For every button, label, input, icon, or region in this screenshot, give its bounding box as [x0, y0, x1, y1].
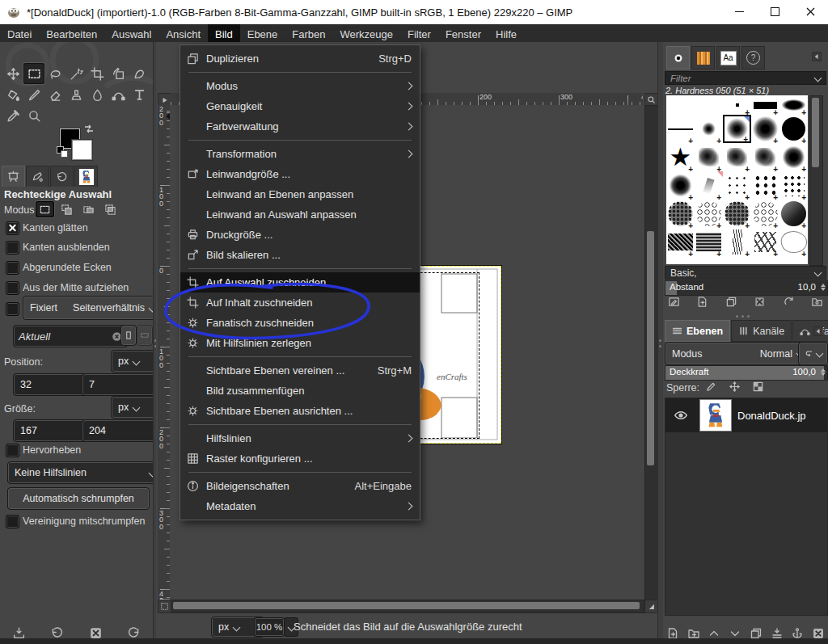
menu-item-leinwandgröße[interactable]: Leinwandgröße ... — [180, 164, 420, 184]
brush-line[interactable] — [666, 115, 695, 143]
brush-twigs[interactable] — [751, 228, 779, 256]
paths-tool-icon[interactable] — [108, 84, 129, 105]
menubar-item-fenster[interactable]: Fenster — [438, 24, 488, 42]
menu-item-leinwand-an-auswahl-anpassen[interactable]: Leinwand an Auswahl anpassen — [180, 204, 420, 225]
brush-soft2[interactable] — [723, 115, 751, 143]
lock-position-icon[interactable] — [729, 381, 741, 393]
menu-item-modus[interactable]: Modus — [180, 76, 420, 96]
menu-item-transformation[interactable]: Transformation — [180, 144, 420, 164]
brush-soft3[interactable] — [751, 115, 779, 143]
menu-item-mit-hilfslinien-zerlegen[interactable]: Mit Hilfslinien zerlegen — [180, 333, 420, 353]
brush-round[interactable] — [779, 115, 808, 143]
dock-tab-undo-history[interactable] — [50, 166, 74, 187]
lock-pixels-icon[interactable] — [705, 381, 717, 393]
vertical-scrollbar-thumb[interactable] — [647, 231, 654, 465]
refresh-brushes-icon[interactable] — [783, 296, 795, 308]
paintbrush-tool-icon[interactable] — [23, 84, 44, 105]
brush-soft1[interactable] — [695, 115, 723, 143]
horizontal-scrollbar-thumb[interactable] — [173, 602, 640, 609]
minimize-button[interactable] — [721, 0, 757, 23]
brush-sponge[interactable] — [723, 200, 751, 228]
layer-name[interactable]: DonaldDuck.jp — [737, 410, 806, 422]
quick-mask-toggle[interactable] — [158, 600, 171, 613]
brush-dots2[interactable] — [751, 171, 779, 200]
brush-scrollbar-thumb[interactable] — [812, 98, 819, 167]
edit-brush-icon[interactable] — [668, 296, 680, 308]
menu-item-raster-konfigurieren[interactable]: Raster konfigurieren ... — [180, 448, 420, 469]
menubar-item-werkzeuge[interactable]: Werkzeuge — [333, 24, 401, 42]
add-mode-button[interactable] — [57, 201, 76, 217]
menu-item-auf-inhalt-zuschneiden[interactable]: Auf Inhalt zuschneiden — [180, 293, 420, 313]
menu-item-bild-skalieren[interactable]: Bild skalieren ... — [180, 245, 420, 265]
fixed-dropdown[interactable]: Fixiert Seitenverhältnis — [23, 296, 163, 320]
menu-item-bildeigenschaften[interactable]: BildeigenschaftenAlt+Eingabe — [180, 476, 420, 496]
brush-ellipse[interactable] — [779, 95, 808, 115]
menubar-item-bild[interactable]: Bild — [208, 24, 240, 42]
brush-grid[interactable]: ★ — [666, 95, 808, 264]
menubar-item-ebene[interactable]: Ebene — [240, 24, 285, 42]
menubar-item-filter[interactable]: Filter — [400, 24, 438, 42]
brush-bar[interactable] — [751, 95, 779, 115]
menubar-item-auswahl[interactable]: Auswahl — [104, 24, 158, 42]
fixed-checkbox[interactable] — [6, 302, 19, 316]
guides-dropdown[interactable]: Keine Hilfslinien — [7, 461, 163, 484]
brush-filter-input[interactable]: Filter — [665, 71, 826, 85]
brush-blob[interactable] — [779, 143, 808, 171]
brush-cellp[interactable] — [751, 200, 779, 228]
maximize-button[interactable] — [757, 0, 792, 23]
autoshrink-button[interactable]: Automatisch schrumpfen — [7, 487, 150, 510]
menubar-item-ansicht[interactable]: Ansicht — [158, 24, 208, 42]
clone-tool-icon[interactable] — [65, 84, 87, 105]
color-picker-tool-icon[interactable] — [2, 105, 23, 126]
menu-item-fanatisch-zuschneiden[interactable]: Fanatisch zuschneiden — [180, 313, 420, 333]
navigation-button[interactable] — [644, 600, 658, 613]
dock-tab-ebenen[interactable]: Ebenen — [665, 320, 730, 342]
checkbox-kanten-glätten[interactable] — [6, 221, 19, 235]
delete-brush-icon[interactable] — [754, 296, 766, 308]
vertical-scrollbar[interactable] — [644, 105, 658, 601]
background-color-swatch[interactable] — [72, 140, 92, 160]
brush-scratch[interactable] — [723, 228, 751, 256]
duplicate-brush-icon[interactable] — [725, 296, 737, 308]
fuzzy-select-tool-icon[interactable] — [65, 63, 87, 84]
dock-tab-fonts[interactable]: Aa — [716, 46, 740, 69]
shrink-merged-checkbox[interactable] — [6, 515, 19, 528]
close-button[interactable] — [792, 0, 828, 23]
brush-sponge[interactable] — [666, 200, 695, 228]
layer-mode-switch-button[interactable] — [798, 342, 828, 365]
dock-tab-help[interactable]: ? — [741, 46, 765, 69]
brush-gradball[interactable] — [779, 200, 808, 228]
layer-list[interactable]: DonaldDuck.jp — [665, 398, 828, 616]
menu-item-auf-auswahl-zuschneiden[interactable]: Auf Auswahl zuschneiden — [180, 272, 420, 293]
brush-blob[interactable] — [666, 171, 695, 200]
dock-tab-tool-options[interactable] — [2, 166, 25, 187]
portrait-orientation-button[interactable] — [120, 325, 137, 346]
lock-alpha-icon[interactable] — [752, 381, 764, 393]
checkbox-abgerundete-ecken[interactable] — [6, 261, 19, 275]
checkbox-kanten-ausblenden[interactable] — [6, 241, 19, 255]
transform-tool-icon[interactable] — [108, 63, 129, 84]
brush-cellp[interactable] — [695, 200, 723, 228]
free-select-tool-icon[interactable] — [44, 63, 65, 84]
brush-sketch[interactable] — [779, 228, 808, 256]
swap-colors-icon[interactable] — [82, 123, 95, 139]
layer-visibility-eye-icon[interactable] — [674, 408, 688, 426]
vertical-ruler[interactable]: 2 0 01 0 001 0 02 0 03 0 04 0 0 — [158, 105, 171, 600]
menu-item-druckgröße[interactable]: Druckgröße ... — [180, 225, 420, 245]
smudge-tool-icon[interactable] — [87, 84, 108, 105]
horizontal-scrollbar[interactable] — [170, 600, 644, 613]
layer-row[interactable]: DonaldDuck.jp — [665, 398, 827, 432]
subtract-mode-button[interactable] — [79, 201, 98, 217]
eraser-tool-icon[interactable] — [44, 84, 65, 105]
warp-tool-icon[interactable] — [129, 63, 150, 84]
bucket-fill-tool-icon[interactable] — [2, 84, 23, 105]
new-brush-icon[interactable] — [696, 296, 708, 308]
menu-item-hilfslinien[interactable]: Hilfslinien — [180, 428, 420, 448]
menubar-item-hilfe[interactable]: Hilfe — [488, 24, 524, 42]
landscape-orientation-button[interactable] — [137, 325, 153, 346]
menu-item-sichtbare-ebenen-ausrichten[interactable]: Sichtbare Ebenen ausrichten ... — [180, 401, 420, 421]
zoom-tool-icon[interactable] — [23, 105, 44, 126]
menu-item-farbverwaltung[interactable]: Farbverwaltung — [180, 116, 420, 137]
brush-chalk[interactable] — [723, 143, 751, 171]
dock-tab-image-thumbnail[interactable] — [74, 166, 98, 187]
